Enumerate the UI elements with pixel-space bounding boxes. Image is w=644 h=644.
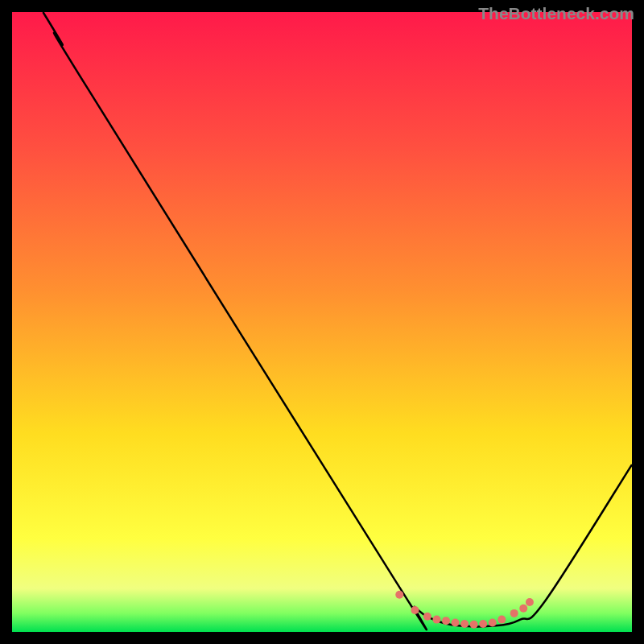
marker-point [432, 616, 440, 624]
marker-point [411, 606, 419, 614]
marker-point [442, 617, 450, 625]
marker-point [423, 613, 431, 621]
marker-point [497, 616, 506, 624]
attribution-text: TheBottleneck.com [478, 4, 634, 23]
marker-point [452, 618, 460, 626]
marker-point [510, 609, 518, 617]
marker-point [395, 591, 403, 599]
marker-point [460, 620, 469, 628]
marker-point [519, 605, 527, 613]
chart-plot-area [12, 12, 632, 632]
gradient-background [12, 12, 632, 632]
marker-point [526, 598, 534, 606]
bottleneck-chart [12, 12, 632, 632]
marker-point [470, 621, 478, 629]
marker-point [489, 618, 497, 626]
marker-point [479, 620, 487, 628]
